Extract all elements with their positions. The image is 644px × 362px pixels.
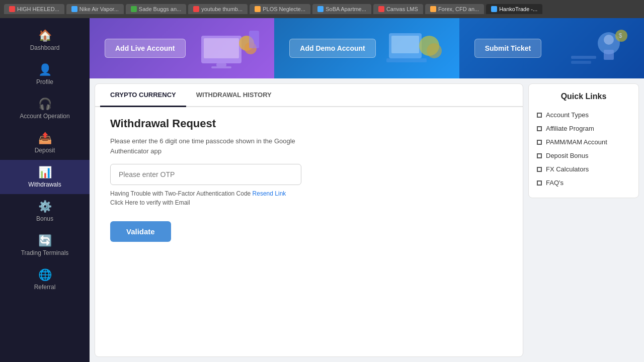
tab-sade[interactable]: Sade Buggs an... [126,4,186,14]
hero-card-live: Add Live Account [90,18,274,78]
tab-favicon [131,6,137,12]
referral-icon: 🌐 [38,268,52,282]
add-demo-account-button[interactable]: Add Demo Account [289,39,375,58]
sidebar-label-deposit: Deposit [35,147,55,154]
quick-link-affiliate[interactable]: Affiliate Program [537,122,630,135]
hero-card-demo: Add Demo Account [274,18,459,78]
sidebar-label-bonus: Bonus [36,215,53,222]
quick-link-icon-account-types [537,113,542,118]
help-text: Having Trouble with Two-Factor Authentic… [110,190,508,197]
add-live-account-button[interactable]: Add Live Account [105,39,186,58]
tab-favicon [491,6,497,12]
hero-illustration-demo [374,18,454,78]
profile-icon: 👤 [38,63,52,76]
tab-high-heeled[interactable]: HIGH HEELED... [4,4,64,14]
hero-illustration-live [189,18,269,78]
sidebar-item-bonus[interactable]: ⚙️ Bonus [0,194,90,228]
tab-canvas[interactable]: Canvas LMS [373,4,423,14]
quick-link-icon-affiliate [537,126,542,131]
svg-rect-18 [571,61,591,64]
svg-text:$: $ [619,32,622,39]
sidebar-label-dashboard: Dashboard [30,44,60,51]
quick-link-icon-fx-calculators [537,167,542,172]
sidebar-item-withdrawals[interactable]: 📊 Withdrawals [0,160,90,194]
sidebar-label-withdrawals: Withdrawals [28,181,61,188]
tab-forex[interactable]: Forex, CFD an... [425,4,484,14]
quick-link-faqs[interactable]: FAQ's [537,176,630,190]
sidebar-item-deposit[interactable]: 📤 Deposit [0,126,90,160]
tab-nike[interactable]: Nike Air Vapor... [66,4,124,14]
tab-youtube[interactable]: youtube thumb... [188,4,248,14]
svg-point-10 [427,43,442,58]
validate-button[interactable]: Validate [110,221,171,242]
resend-link[interactable]: Resend Link [253,190,286,197]
sidebar-label-account-operation: Account Operation [20,113,69,120]
svg-rect-3 [211,66,231,68]
deposit-icon: 📤 [38,132,52,145]
headset-icon: 🎧 [38,98,52,111]
hero-illustration-ticket: $ [558,18,639,78]
svg-rect-17 [571,56,596,59]
sidebar: 🏠 Dashboard 👤 Profile 🎧 Account Operatio… [0,18,90,362]
quick-links-title: Quick Links [537,92,630,101]
quick-link-icon-faqs [537,180,542,186]
sidebar-label-referral: Referral [34,284,56,291]
sidebar-item-profile[interactable]: 👤 Profile [0,57,90,92]
content-panel: CRYPTO CURRENCY WITHDRAWAL HISTORY Withd… [95,83,523,357]
app-container: 🏠 Dashboard 👤 Profile 🎧 Account Operatio… [0,18,644,362]
svg-rect-11 [386,58,427,62]
quick-link-account-types[interactable]: Account Types [537,108,630,122]
submit-ticket-button[interactable]: Submit Ticket [474,39,542,58]
tab-favicon [71,6,77,12]
form-description: Please enter the 6 digit one time passco… [110,136,508,156]
quick-link-icon-deposit-bonus [537,153,542,158]
sidebar-item-trading-terminals[interactable]: 🔄 Trading Terminals [0,228,90,262]
sidebar-item-account-operation[interactable]: 🎧 Account Operation [0,92,90,126]
browser-bar: HIGH HEELED... Nike Air Vapor... Sade Bu… [0,0,644,18]
body-area: CRYPTO CURRENCY WITHDRAWAL HISTORY Withd… [90,78,644,362]
svg-point-13 [604,35,614,45]
svg-rect-14 [604,50,614,60]
tab-favicon [378,6,384,12]
tab-plos[interactable]: PLOS Neglecte... [250,4,310,14]
quick-link-pamm[interactable]: PAMM/MAM Account [537,135,630,149]
sidebar-item-referral[interactable]: 🌐 Referral [0,262,90,297]
tab-crypto-currency[interactable]: CRYPTO CURRENCY [100,84,186,107]
svg-rect-2 [216,63,226,66]
quick-link-deposit-bonus[interactable]: Deposit Bonus [537,149,630,162]
tab-favicon [430,6,436,12]
hero-card-ticket: Submit Ticket $ [459,18,644,78]
form-area: Withdrawal Request Please enter the 6 di… [95,107,523,252]
email-verify-link[interactable]: Click Here to verify with Email [110,199,508,206]
quick-links-panel: Quick Links Account Types Affiliate Prog… [528,83,639,357]
otp-input[interactable] [110,164,301,185]
svg-rect-8 [391,36,419,53]
tab-hanko[interactable]: HankoTrade -... [486,4,542,14]
quick-links-box: Quick Links Account Types Affiliate Prog… [528,83,639,198]
withdrawals-icon: 📊 [38,166,52,179]
svg-rect-6 [249,31,259,48]
sidebar-label-profile: Profile [36,78,53,85]
tab-soba[interactable]: SoBA Apartme... [312,4,371,14]
bonus-icon: ⚙️ [38,200,52,213]
svg-rect-1 [204,38,239,58]
hero-area: Add Live Account Add Demo Account [90,18,644,78]
quick-link-fx-calculators[interactable]: FX Calculators [537,162,630,176]
tab-favicon [255,6,261,12]
tabs-bar: CRYPTO CURRENCY WITHDRAWAL HISTORY [95,84,523,107]
tab-withdrawal-history[interactable]: WITHDRAWAL HISTORY [186,84,282,107]
trading-icon: 🔄 [38,234,52,247]
tab-favicon [317,6,324,12]
tab-favicon [9,6,15,12]
sidebar-label-trading: Trading Terminals [21,249,69,256]
sidebar-item-dashboard[interactable]: 🏠 Dashboard [0,23,90,57]
form-title: Withdrawal Request [110,117,508,130]
home-icon: 🏠 [38,29,52,42]
tab-favicon [193,6,199,12]
quick-link-icon-pamm [537,140,542,145]
main-content: Add Live Account Add Demo Account [90,18,644,362]
